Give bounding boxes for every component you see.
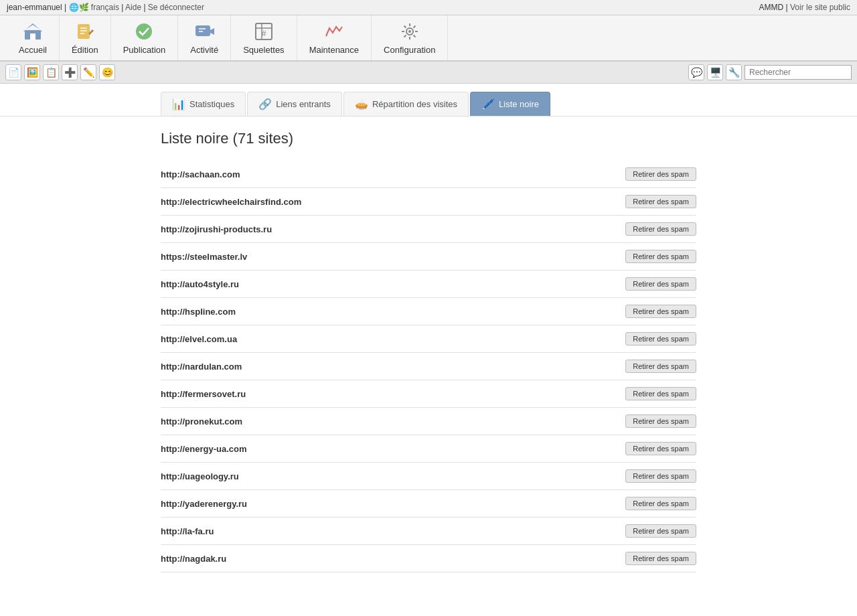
topbar-right-user: AMMD <box>759 3 783 12</box>
retirer-spam-button[interactable]: Retirer des spam <box>625 387 696 400</box>
nav-configuration[interactable]: Configuration <box>372 15 448 60</box>
tab-statistiques[interactable]: 📊 Statistiques <box>161 92 246 116</box>
retirer-spam-button[interactable]: Retirer des spam <box>625 332 696 345</box>
svg-text:#: # <box>262 29 266 38</box>
table-row: http://fermersovet.ruRetirer des spam <box>161 380 696 408</box>
table-row: https://steelmaster.lvRetirer des spam <box>161 243 696 271</box>
retirer-spam-button[interactable]: Retirer des spam <box>625 167 696 181</box>
search-input[interactable] <box>745 65 852 80</box>
table-row: http://auto4style.ruRetirer des spam <box>161 271 696 298</box>
toolbar-icon-pages[interactable]: 📄 <box>5 64 21 80</box>
nav-accueil-label: Accueil <box>19 45 47 55</box>
blacklist-url: http://la-fa.ru <box>161 526 214 536</box>
blacklist-url: http://uageology.ru <box>161 471 239 481</box>
nav-publication[interactable]: Publication <box>111 15 179 60</box>
tab-liste-noire-label: Liste noire <box>499 99 539 109</box>
configuration-icon <box>399 21 420 42</box>
nav-squelettes[interactable]: # Squelettes <box>231 15 297 60</box>
blacklist-url: http://pronekut.com <box>161 416 242 427</box>
content-area: Liste noire (71 sites) http://sachaan.co… <box>0 117 857 586</box>
toolbar-icon-tools[interactable]: 🔧 <box>726 64 742 80</box>
retirer-spam-button[interactable]: Retirer des spam <box>625 442 696 455</box>
table-row: http://hspline.comRetirer des spam <box>161 298 696 325</box>
secondary-toolbar: 📄 🖼️ 📋 ➕ ✏️ 😊 💬 🖥️ 🔧 <box>0 62 857 84</box>
table-row: http://energy-ua.comRetirer des spam <box>161 435 696 463</box>
table-row: http://yaderenergy.ruRetirer des spam <box>161 490 696 518</box>
retirer-spam-button[interactable]: Retirer des spam <box>625 524 696 538</box>
topbar-aide-link[interactable]: Aide <box>125 3 141 12</box>
toolbar-icon-docs[interactable]: 📋 <box>43 64 59 80</box>
main-nav: Accueil Édition Publication <box>0 15 857 62</box>
repartition-icon: 🥧 <box>355 98 368 110</box>
nav-edition-label: Édition <box>72 45 98 55</box>
blacklist-url: http://hspline.com <box>161 307 236 317</box>
blacklist-url: http://yaderenergy.ru <box>161 499 247 509</box>
nav-edition[interactable]: Édition <box>60 15 111 60</box>
blacklist: http://sachaan.comRetirer des spamhttp:/… <box>161 161 696 572</box>
blacklist-url: http://energy-ua.com <box>161 444 247 454</box>
table-row: http://pronekut.comRetirer des spam <box>161 408 696 435</box>
retirer-spam-button[interactable]: Retirer des spam <box>625 277 696 291</box>
nav-activite-label: Activité <box>190 45 218 55</box>
nav-activite[interactable]: Activité <box>178 15 231 60</box>
liste-noire-icon: 🖊️ <box>481 98 495 110</box>
table-row: http://nardulan.comRetirer des spam <box>161 353 696 380</box>
nav-squelettes-label: Squelettes <box>243 45 284 55</box>
blacklist-url: http://nagdak.ru <box>161 554 226 564</box>
svg-rect-2 <box>30 33 35 40</box>
topbar-lang-icon: 🌐🌿 <box>69 3 89 12</box>
publication-icon <box>133 21 155 42</box>
svg-line-24 <box>413 26 415 28</box>
retirer-spam-button[interactable]: Retirer des spam <box>625 195 696 208</box>
svg-rect-8 <box>196 25 210 36</box>
squelettes-icon: # <box>253 21 275 42</box>
tab-repartition-label: Répartition des visites <box>372 99 457 109</box>
nav-publication-label: Publication <box>123 45 166 55</box>
topbar-left: jean-emmanuel | 🌐🌿 français | Aide | Se … <box>7 3 204 12</box>
liens-icon: 🔗 <box>258 98 272 110</box>
toolbar-icon-messages[interactable]: 💬 <box>688 64 704 80</box>
tab-liste-noire[interactable]: 🖊️ Liste noire <box>470 92 550 116</box>
nav-maintenance[interactable]: Maintenance <box>297 15 372 60</box>
statistiques-icon: 📊 <box>172 98 185 110</box>
retirer-spam-button[interactable]: Retirer des spam <box>625 469 696 483</box>
retirer-spam-button[interactable]: Retirer des spam <box>625 222 696 236</box>
edition-icon <box>74 21 96 42</box>
blacklist-url: http://electricwheelchairsfind.com <box>161 197 301 207</box>
toolbar-icon-screen[interactable]: 🖥️ <box>707 64 723 80</box>
topbar-right: AMMD | Voir le site public <box>759 3 850 12</box>
table-row: http://uageology.ruRetirer des spam <box>161 463 696 490</box>
table-row: http://electricwheelchairsfind.comRetire… <box>161 188 696 216</box>
toolbar-icon-smile[interactable]: 😊 <box>99 64 115 80</box>
retirer-spam-button[interactable]: Retirer des spam <box>625 360 696 373</box>
svg-point-17 <box>408 30 411 33</box>
retirer-spam-button[interactable]: Retirer des spam <box>625 305 696 318</box>
nav-accueil[interactable]: Accueil <box>7 15 60 60</box>
tab-liens-entrants[interactable]: 🔗 Liens entrants <box>247 92 342 116</box>
toolbar-icon-edit[interactable]: ✏️ <box>80 64 96 80</box>
retirer-spam-button[interactable]: Retirer des spam <box>625 552 696 565</box>
toolbar-icon-add[interactable]: ➕ <box>62 64 78 80</box>
table-row: http://nagdak.ruRetirer des spam <box>161 545 696 572</box>
table-row: http://la-fa.ruRetirer des spam <box>161 518 696 545</box>
nav-configuration-label: Configuration <box>384 45 435 55</box>
page-title: Liste noire (71 sites) <box>161 130 696 147</box>
topbar-lang-link[interactable]: français <box>91 3 119 12</box>
toolbar-icon-images[interactable]: 🖼️ <box>24 64 40 80</box>
table-row: http://zojirushi-products.ruRetirer des … <box>161 216 696 243</box>
svg-point-7 <box>136 23 152 40</box>
retirer-spam-button[interactable]: Retirer des spam <box>625 497 696 510</box>
blacklist-url: http://auto4style.ru <box>161 279 239 289</box>
topbar-voir-site-link[interactable]: Voir le site public <box>790 3 850 12</box>
blacklist-url: http://zojirushi-products.ru <box>161 224 272 234</box>
tab-repartition[interactable]: 🥧 Répartition des visites <box>343 92 469 116</box>
retirer-spam-button[interactable]: Retirer des spam <box>625 250 696 263</box>
svg-marker-9 <box>210 28 214 35</box>
topbar-username: jean-emmanuel <box>7 3 62 12</box>
topbar-deconnecter-link[interactable]: Se déconnecter <box>148 3 204 12</box>
accueil-icon <box>22 21 44 42</box>
svg-rect-3 <box>78 24 90 39</box>
blacklist-url: https://steelmaster.lv <box>161 252 247 262</box>
retirer-spam-button[interactable]: Retirer des spam <box>625 414 696 428</box>
table-row: http://sachaan.comRetirer des spam <box>161 161 696 188</box>
